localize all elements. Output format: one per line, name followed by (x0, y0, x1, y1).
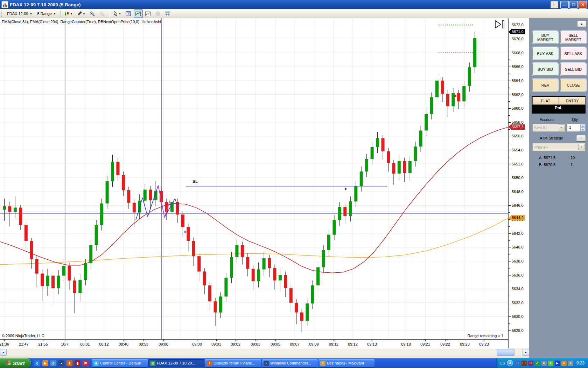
scroll-right-icon[interactable]: ► (523, 349, 529, 356)
order-entry-panel: ▲ BUY MARKETSELL MARKETBUY ASKSELL ASKBU… (529, 18, 588, 358)
buy-bid-button[interactable]: BUY BID (532, 63, 558, 76)
atm-strategy-select[interactable]: <None> ▼ (532, 143, 586, 151)
zoom-out-button[interactable] (98, 9, 107, 18)
panel-scroll-up-button[interactable]: ▲ (577, 21, 586, 27)
task-button[interactable]: ✎ Bez názvu - Malování (318, 359, 374, 367)
app-orange-icon[interactable]: ● (561, 361, 567, 366)
start-button[interactable]: Start (0, 358, 31, 368)
tray-collapse-icon[interactable]: ◄ (507, 360, 513, 366)
instrument-dropdown[interactable]: FDAX 12-09 ▼ (5, 11, 35, 17)
cursor-tool-button[interactable]: ▼ (111, 9, 123, 18)
price-tick (509, 330, 511, 331)
chevron-down-icon: ▼ (30, 12, 33, 15)
network-icon[interactable]: 🖵 (515, 361, 520, 366)
chart-window-button[interactable] (144, 9, 153, 18)
price-tick (509, 46, 510, 46)
price-tick (509, 136, 511, 136)
play-pause-icon[interactable] (494, 20, 505, 31)
chart-plot-area[interactable]: EMA(Close,34), EMA(Close,204), RangeCoun… (0, 18, 508, 339)
qty-input[interactable]: 1 ▲▼ (567, 124, 586, 132)
atm-more-button[interactable]: ... (576, 135, 586, 142)
language-indicator[interactable]: CS (499, 361, 505, 365)
sell-bid-button[interactable]: SELL BID (560, 63, 586, 76)
time-axis[interactable]: 21:36 21:47 21:55 10/7 08:01 08:12 08:40… (0, 339, 508, 349)
app-flag-icon[interactable]: ⚑ (83, 360, 89, 366)
sell-ask-button[interactable]: SELL ASK (560, 47, 586, 60)
antivirus-check-icon[interactable]: ✔ (535, 361, 540, 366)
cursor-icon (113, 11, 118, 16)
price-axis[interactable]: 5628,05630,05632,05634,05636,05638,05640… (508, 18, 530, 348)
qty-stepper[interactable]: ▲▼ (580, 124, 586, 131)
minimize-button[interactable]: — (560, 1, 569, 9)
price-tick (509, 289, 511, 289)
properties-button[interactable] (163, 9, 172, 18)
network-offline-icon[interactable]: 🖵 (522, 361, 527, 366)
remote-app-icon[interactable]: R (528, 361, 533, 366)
entry-button[interactable]: ENTRY (559, 97, 586, 105)
chart-style-button[interactable]: ▼ (63, 9, 75, 18)
flat-button[interactable]: FLAT (532, 97, 559, 105)
globe-button[interactable] (153, 9, 162, 18)
data-box-button[interactable] (134, 9, 143, 18)
stepper-down-icon[interactable]: ▼ (580, 128, 586, 132)
time-tick-label: 08:12 (99, 342, 109, 346)
bid-price: B: 5670,5 (539, 163, 555, 167)
time-tick-label: 09:18 (401, 342, 411, 346)
app-red-icon[interactable]: ▮ (75, 360, 80, 366)
audio-icon[interactable]: 🕪 (541, 361, 547, 366)
price-tick (509, 212, 510, 213)
task-button[interactable]: ▥ FDAX 12-09 7.10.20... (148, 359, 204, 367)
zoom-in-icon (90, 11, 95, 16)
time-tick-label: 09:12 (348, 342, 358, 346)
internet-explorer-icon[interactable]: e (34, 360, 40, 366)
task-label: Diskuzní fórum Financ... (214, 361, 255, 365)
interval-dropdown[interactable]: 5 Range ▼ (35, 11, 58, 17)
scroll-left-icon[interactable]: ◄ (0, 349, 7, 356)
stepper-up-icon[interactable]: ▲ (580, 124, 586, 128)
close-button[interactable]: ✕ (579, 1, 587, 9)
l-button[interactable]: L (551, 1, 558, 8)
toolbar-grip[interactable] (1, 11, 3, 17)
buy-ask-button[interactable]: BUY ASK (532, 47, 558, 60)
price-tick (509, 282, 510, 282)
pen-icon (77, 11, 82, 16)
save-disk-icon[interactable]: ▪ (58, 360, 64, 366)
ask-size: 10 (570, 156, 575, 160)
browser-icon[interactable]: e (50, 360, 56, 366)
firefox-icon[interactable]: f (66, 360, 72, 366)
price-tag-value: 5671,0 (511, 29, 525, 34)
close-button[interactable]: CLOSE (560, 79, 586, 91)
task-icon: ✎ (320, 361, 326, 366)
media-play-icon[interactable]: ▶ (555, 361, 560, 366)
time-tick-label: 21:36 (0, 342, 9, 346)
media-player-icon[interactable]: ► (42, 360, 48, 366)
zoom-in-button[interactable] (88, 9, 97, 18)
scrollbar-thumb[interactable] (497, 349, 514, 356)
price-tick (509, 67, 511, 67)
time-tick (314, 340, 314, 341)
restore-button[interactable]: ❐ (569, 1, 578, 9)
account-select[interactable]: Sim101 ▼ (532, 124, 565, 132)
horizontal-scrollbar[interactable]: ◄ ► (0, 349, 529, 355)
rev-button[interactable]: REV (532, 79, 558, 91)
price-tick (509, 226, 510, 227)
task-button[interactable]: ◆ Control Center - Default (92, 359, 148, 367)
region-zoom-button[interactable] (124, 9, 133, 18)
time-tick-label: 09:23 (460, 342, 470, 346)
buy-market-button[interactable]: BUY MARKET (532, 31, 558, 44)
draw-tool-button[interactable]: ▼ (75, 9, 87, 18)
price-tick (509, 192, 511, 192)
task-button[interactable]: ▪ Windows Commander... (262, 359, 318, 367)
price-tick (509, 247, 511, 247)
tray-icons: 🖵🖵R✔🕪✳▶●a (515, 361, 573, 366)
range-remaining-label: Range remaining = 1 (468, 334, 503, 338)
time-tick (406, 340, 406, 341)
price-tick (509, 296, 510, 296)
sell-market-button[interactable]: SELL MARKET (560, 31, 586, 44)
price-tick (509, 108, 511, 109)
task-button[interactable]: f Diskuzní fórum Financ... (205, 359, 261, 367)
updater-icon[interactable]: ✳ (548, 361, 553, 366)
taskbar-clock[interactable]: 9:23 (576, 361, 584, 366)
avast-icon[interactable]: a (568, 361, 573, 366)
taskbar: Start e►e▪f▮⚑ ◆ Control Center - Default… (0, 358, 588, 368)
